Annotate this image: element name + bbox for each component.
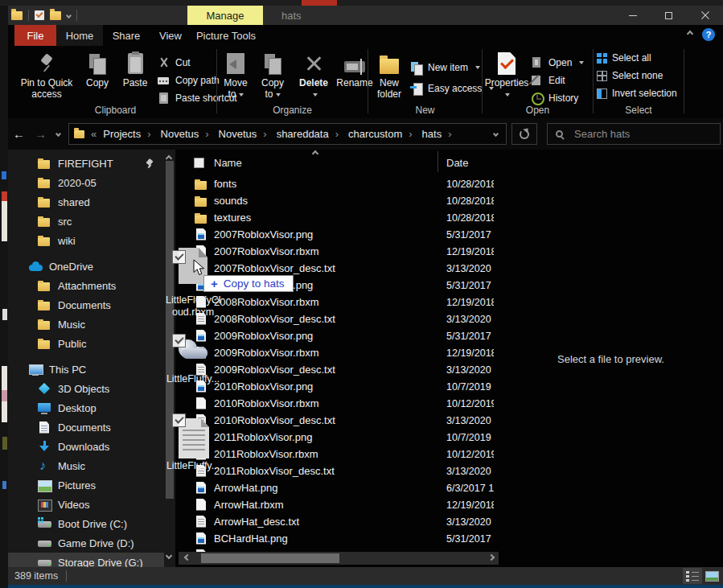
new-folder-button[interactable]: New folder bbox=[368, 49, 410, 101]
sidebar-item[interactable]: Music bbox=[8, 315, 166, 334]
recent-locations-chevron-icon[interactable] bbox=[55, 131, 61, 137]
breadcrumb-item[interactable]: Novetus bbox=[159, 128, 217, 140]
properties-button[interactable]: Properties bbox=[483, 49, 531, 101]
date-column-header[interactable]: Date bbox=[446, 157, 468, 169]
tab-home[interactable]: Home bbox=[56, 25, 103, 46]
back-icon[interactable]: ← bbox=[13, 128, 25, 140]
pin-to-quick-access-button[interactable]: Pin to Quick access bbox=[14, 49, 79, 101]
qat-checkmark-icon[interactable] bbox=[35, 10, 44, 20]
tab-share[interactable]: Share bbox=[103, 25, 150, 46]
collapse-ribbon-chevron-icon[interactable] bbox=[687, 31, 693, 37]
paste-button[interactable]: Paste bbox=[116, 49, 154, 89]
horizontal-scrollbar-thumb[interactable] bbox=[201, 553, 339, 563]
details-view-button[interactable] bbox=[683, 568, 702, 584]
file-row[interactable]: sounds 10/28/2018 bbox=[187, 192, 494, 209]
manage-contextual-tab[interactable]: Manage bbox=[187, 6, 263, 25]
file-row[interactable]: BCHardHat.png 5/31/2017 7 bbox=[187, 530, 494, 547]
file-row[interactable]: 2008RobloxVisor.png 5/31/2017 7 bbox=[187, 277, 494, 294]
horizontal-scrollbar[interactable] bbox=[179, 552, 499, 565]
collapsed-crumbs-indicator[interactable]: « bbox=[91, 128, 97, 140]
sidebar-item[interactable]: Public bbox=[8, 334, 166, 353]
sidebar-item[interactable]: This PC bbox=[8, 360, 166, 379]
file-row[interactable]: 2010RobloxVisor.png 10/7/2019 3 bbox=[187, 378, 494, 395]
delete-button[interactable]: Delete bbox=[294, 49, 333, 101]
sidebar-scrollbar-thumb[interactable] bbox=[166, 161, 174, 499]
file-row[interactable]: 2010RobloxVisor_desc.txt 3/13/2020 8 bbox=[187, 412, 494, 429]
minimize-button[interactable] bbox=[614, 6, 651, 25]
sidebar-item[interactable]: shared bbox=[8, 192, 166, 212]
sidebar-item[interactable]: Storage Drive (G:) bbox=[8, 553, 166, 567]
qat-dropdown-chevron-icon[interactable] bbox=[66, 12, 72, 18]
file-row[interactable]: 2010RobloxVisor.rbxm 10/12/2019 bbox=[187, 395, 494, 412]
sidebar-item[interactable]: wiki bbox=[8, 231, 166, 250]
close-button[interactable] bbox=[687, 6, 723, 25]
file-row[interactable]: 2008RobloxVisor_desc.txt 3/13/2020 8 bbox=[187, 310, 494, 327]
sidebar-item[interactable]: 2020-05 bbox=[8, 173, 166, 192]
tab-picture-tools[interactable]: Picture Tools bbox=[188, 25, 264, 46]
file-row[interactable]: 2007RobloxVisor_desc.txt 3/13/2020 8 bbox=[187, 260, 494, 277]
sidebar-item[interactable]: Pictures bbox=[8, 475, 166, 495]
sidebar-item[interactable]: 3D Objects bbox=[8, 379, 166, 398]
file-row[interactable]: 2007RobloxVisor.rbxm 12/19/2018 bbox=[187, 243, 494, 260]
sidebar-item[interactable]: src bbox=[8, 212, 166, 231]
qat-separator bbox=[76, 10, 77, 21]
sidebar-scrollbar[interactable] bbox=[164, 150, 175, 567]
file-row[interactable]: 2008RobloxVisor.rbxm 12/19/2018 bbox=[187, 294, 494, 310]
sidebar-item[interactable]: Documents bbox=[8, 295, 166, 315]
qat-folder-icon[interactable] bbox=[50, 11, 61, 20]
address-dropdown-chevron-icon[interactable] bbox=[493, 131, 499, 137]
sidebar-item[interactable]: Documents bbox=[8, 417, 166, 437]
search-box[interactable] bbox=[547, 123, 721, 145]
file-row[interactable]: 2009RobloxVisor.png 5/31/2017 7 bbox=[187, 327, 494, 344]
forward-icon[interactable]: → bbox=[35, 128, 47, 140]
file-row[interactable]: 2011RobloxVisor_desc.txt 3/13/2020 8 bbox=[187, 463, 494, 479]
breadcrumb-item[interactable]: Novetus bbox=[217, 128, 275, 140]
refresh-button[interactable] bbox=[511, 123, 537, 145]
open-button[interactable]: Open bbox=[531, 54, 584, 72]
file-row[interactable]: 2009RobloxVisor_desc.txt 3/13/2020 8 bbox=[187, 361, 494, 378]
qat-folder-icon[interactable] bbox=[11, 11, 23, 20]
scroll-down-icon[interactable] bbox=[166, 553, 172, 559]
breadcrumb-item[interactable]: Projects bbox=[101, 128, 158, 140]
file-row[interactable]: 2009RobloxVisor.rbxm 12/19/2018 bbox=[187, 344, 494, 361]
tab-file[interactable]: File bbox=[14, 25, 56, 46]
file-row[interactable]: 2011RobloxVisor.rbxm 10/12/2019 bbox=[187, 446, 494, 463]
move-to-button[interactable]: Move to bbox=[217, 49, 254, 101]
scroll-left-icon[interactable] bbox=[184, 554, 191, 561]
copy-button[interactable]: Copy bbox=[79, 49, 116, 89]
sidebar-item[interactable]: Music bbox=[8, 456, 166, 475]
invert-selection-button[interactable]: Invert selection bbox=[597, 84, 677, 102]
large-icons-view-button[interactable] bbox=[702, 568, 721, 584]
edit-button[interactable]: Edit bbox=[531, 72, 584, 89]
breadcrumb-item[interactable]: shareddata bbox=[275, 128, 347, 140]
breadcrumb-item[interactable]: charcustom bbox=[347, 128, 421, 140]
help-icon[interactable]: ? bbox=[702, 28, 715, 41]
file-row[interactable]: 2011RobloxVisor.png 10/7/2019 3 bbox=[187, 429, 494, 446]
file-row[interactable]: fonts 10/28/2018 bbox=[187, 175, 494, 192]
sidebar-item[interactable]: Boot Drive (C:) bbox=[8, 514, 166, 533]
copy-to-button[interactable]: Copy to bbox=[254, 49, 291, 101]
maximize-button[interactable] bbox=[651, 6, 687, 25]
sidebar-item[interactable]: Videos bbox=[8, 495, 166, 514]
breadcrumb-item[interactable]: hats bbox=[421, 128, 460, 140]
sidebar-item[interactable]: Attachments bbox=[8, 276, 166, 295]
sidebar-item[interactable]: Desktop bbox=[8, 398, 166, 417]
name-column-header[interactable]: Name bbox=[214, 157, 242, 169]
scroll-right-icon[interactable] bbox=[488, 554, 495, 561]
file-row[interactable]: 2007RobloxVisor.png 5/31/2017 7 bbox=[187, 226, 494, 243]
sidebar-item[interactable]: Game Drive (D:) bbox=[8, 533, 166, 553]
file-row[interactable]: textures 10/28/2018 bbox=[187, 209, 494, 226]
column-divider[interactable] bbox=[437, 151, 438, 172]
tab-view[interactable]: View bbox=[150, 25, 191, 46]
select-none-button[interactable]: Select none bbox=[597, 67, 663, 84]
sidebar-item[interactable]: FIREFIGHT bbox=[8, 154, 166, 173]
sidebar-item[interactable]: Downloads bbox=[8, 437, 166, 456]
file-row[interactable]: ArrowHat.rbxm 12/19/2018 bbox=[187, 496, 494, 513]
sidebar-item[interactable]: OneDrive bbox=[8, 257, 166, 276]
select-all-checkbox[interactable] bbox=[194, 158, 204, 168]
search-input[interactable] bbox=[573, 127, 701, 141]
file-row[interactable]: ArrowHat_desc.txt 3/13/2020 8 bbox=[187, 513, 494, 530]
breadcrumb[interactable]: « Projects Novetus Novetus shareddata ch… bbox=[68, 123, 507, 145]
file-row[interactable]: ArrowHat.png 6/3/2017 11 bbox=[187, 479, 494, 496]
select-all-button[interactable]: Select all bbox=[597, 49, 651, 67]
